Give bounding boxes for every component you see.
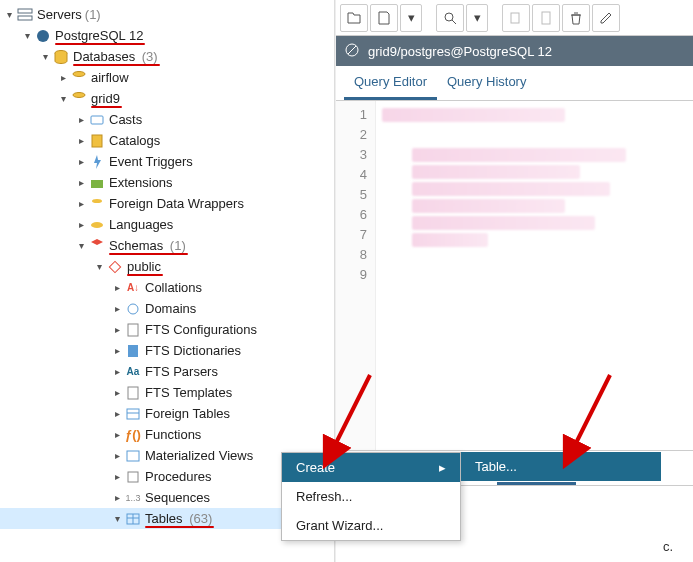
svg-rect-19 bbox=[128, 472, 138, 482]
chevron-right-icon[interactable]: ▸ bbox=[110, 345, 124, 356]
svg-rect-14 bbox=[128, 345, 138, 357]
database-icon bbox=[52, 48, 70, 66]
extension-icon bbox=[88, 174, 106, 192]
chevron-down-icon[interactable]: ▾ bbox=[92, 261, 106, 272]
tree-label: FTS Templates bbox=[145, 385, 232, 400]
chevron-right-icon[interactable]: ▸ bbox=[74, 156, 88, 167]
open-file-button[interactable] bbox=[340, 4, 368, 32]
save-file-button[interactable] bbox=[370, 4, 398, 32]
tree-label: Collations bbox=[145, 280, 202, 295]
tree-fts-templates[interactable]: ▸FTS Templates bbox=[0, 382, 334, 403]
tab-query-editor[interactable]: Query Editor bbox=[344, 66, 437, 100]
svg-rect-8 bbox=[91, 180, 103, 188]
chevron-down-icon[interactable]: ▾ bbox=[2, 9, 16, 20]
tree-fts-parsers[interactable]: ▸AaFTS Parsers bbox=[0, 361, 334, 382]
tree-label: Extensions bbox=[109, 175, 173, 190]
chevron-right-icon[interactable]: ▸ bbox=[110, 408, 124, 419]
tree-foreign-tables[interactable]: ▸Foreign Tables bbox=[0, 403, 334, 424]
find-dropdown-button[interactable]: ▾ bbox=[466, 4, 488, 32]
tree-casts[interactable]: ▸Casts bbox=[0, 109, 334, 130]
svg-rect-1 bbox=[18, 16, 32, 20]
svg-rect-7 bbox=[92, 135, 102, 147]
chevron-right-icon[interactable]: ▸ bbox=[110, 324, 124, 335]
code-area[interactable] bbox=[376, 101, 693, 450]
catalogs-icon bbox=[88, 132, 106, 150]
chevron-right-icon[interactable]: ▸ bbox=[110, 492, 124, 503]
ctx-grant-wizard[interactable]: Grant Wizard... bbox=[282, 511, 460, 540]
line-number: 3 bbox=[336, 145, 367, 165]
svg-rect-15 bbox=[128, 387, 138, 399]
domain-icon bbox=[124, 300, 142, 318]
ctx-refresh[interactable]: Refresh... bbox=[282, 482, 460, 511]
chevron-right-icon[interactable]: ▸ bbox=[110, 303, 124, 314]
tree-functions[interactable]: ▸ƒ()Functions bbox=[0, 424, 334, 445]
svg-rect-25 bbox=[511, 13, 519, 23]
tree-label: FTS Dictionaries bbox=[145, 343, 241, 358]
line-number: 4 bbox=[336, 165, 367, 185]
connection-bar: grid9/postgres@PostgreSQL 12 bbox=[336, 36, 693, 66]
chevron-right-icon[interactable]: ▸ bbox=[110, 429, 124, 440]
chevron-right-icon[interactable]: ▸ bbox=[110, 387, 124, 398]
line-number: 9 bbox=[336, 265, 367, 285]
tree-postgresql[interactable]: ▾ PostgreSQL 12 bbox=[0, 25, 334, 46]
procedure-icon bbox=[124, 468, 142, 486]
line-number: 5 bbox=[336, 185, 367, 205]
tree-databases[interactable]: ▾ Databases (3) bbox=[0, 46, 334, 67]
chevron-right-icon: ▸ bbox=[439, 460, 446, 475]
tree-event-triggers[interactable]: ▸Event Triggers bbox=[0, 151, 334, 172]
chevron-right-icon[interactable]: ▸ bbox=[110, 471, 124, 482]
chevron-right-icon[interactable]: ▸ bbox=[74, 135, 88, 146]
chevron-right-icon[interactable]: ▸ bbox=[74, 198, 88, 209]
sql-editor[interactable]: 1 2 3 4 5 6 7 8 9 bbox=[336, 101, 693, 450]
svg-rect-13 bbox=[128, 324, 138, 336]
tree-db-grid9[interactable]: ▾ grid9 bbox=[0, 88, 334, 109]
find-button[interactable] bbox=[436, 4, 464, 32]
tree-fts-conf[interactable]: ▸FTS Configurations bbox=[0, 319, 334, 340]
servers-icon bbox=[16, 6, 34, 24]
chevron-down-icon[interactable]: ▾ bbox=[56, 93, 70, 104]
tree-schema-public[interactable]: ▾ public bbox=[0, 256, 334, 277]
tree-schemas[interactable]: ▾ Schemas (1) bbox=[0, 235, 334, 256]
tree-languages[interactable]: ▸Languages bbox=[0, 214, 334, 235]
chevron-down-icon[interactable]: ▾ bbox=[20, 30, 34, 41]
tree-label: Foreign Tables bbox=[145, 406, 230, 421]
fts-template-icon bbox=[124, 384, 142, 402]
tree-count: (1) bbox=[85, 7, 101, 22]
chevron-down-icon[interactable]: ▾ bbox=[74, 240, 88, 251]
chevron-right-icon[interactable]: ▸ bbox=[110, 450, 124, 461]
tree-servers[interactable]: ▾ Servers (1) bbox=[0, 4, 334, 25]
svg-point-10 bbox=[91, 222, 103, 228]
edit-button[interactable] bbox=[592, 4, 620, 32]
table-icon bbox=[124, 510, 142, 528]
tree-fts-dict[interactable]: ▸FTS Dictionaries bbox=[0, 340, 334, 361]
disconnect-icon[interactable] bbox=[344, 42, 360, 61]
tree-label: Procedures bbox=[145, 469, 211, 484]
tree-extensions[interactable]: ▸Extensions bbox=[0, 172, 334, 193]
copy-button[interactable] bbox=[502, 4, 530, 32]
tree-collations[interactable]: ▸A↓Collations bbox=[0, 277, 334, 298]
tree-catalogs[interactable]: ▸Catalogs bbox=[0, 130, 334, 151]
chevron-right-icon[interactable]: ▸ bbox=[74, 219, 88, 230]
chevron-right-icon[interactable]: ▸ bbox=[110, 282, 124, 293]
chevron-right-icon[interactable]: ▸ bbox=[110, 366, 124, 377]
chevron-down-icon[interactable]: ▾ bbox=[38, 51, 52, 62]
line-number: 8 bbox=[336, 245, 367, 265]
paste-button[interactable] bbox=[532, 4, 560, 32]
chevron-down-icon[interactable]: ▾ bbox=[110, 513, 124, 524]
tree-label: Domains bbox=[145, 301, 196, 316]
tree-domains[interactable]: ▸Domains bbox=[0, 298, 334, 319]
save-dropdown-button[interactable]: ▾ bbox=[400, 4, 422, 32]
matview-icon bbox=[124, 447, 142, 465]
chevron-right-icon[interactable]: ▸ bbox=[56, 72, 70, 83]
tab-query-history[interactable]: Query History bbox=[437, 66, 536, 100]
svg-point-9 bbox=[92, 199, 102, 203]
tree-count: (3) bbox=[142, 49, 158, 64]
tree-db-airflow[interactable]: ▸ airflow bbox=[0, 67, 334, 88]
tree-label: Foreign Data Wrappers bbox=[109, 196, 244, 211]
chevron-right-icon[interactable]: ▸ bbox=[74, 177, 88, 188]
query-toolbar: ▾ ▾ bbox=[336, 0, 693, 36]
svg-rect-11 bbox=[109, 261, 120, 272]
tree-fdw[interactable]: ▸Foreign Data Wrappers bbox=[0, 193, 334, 214]
delete-button[interactable] bbox=[562, 4, 590, 32]
chevron-right-icon[interactable]: ▸ bbox=[74, 114, 88, 125]
